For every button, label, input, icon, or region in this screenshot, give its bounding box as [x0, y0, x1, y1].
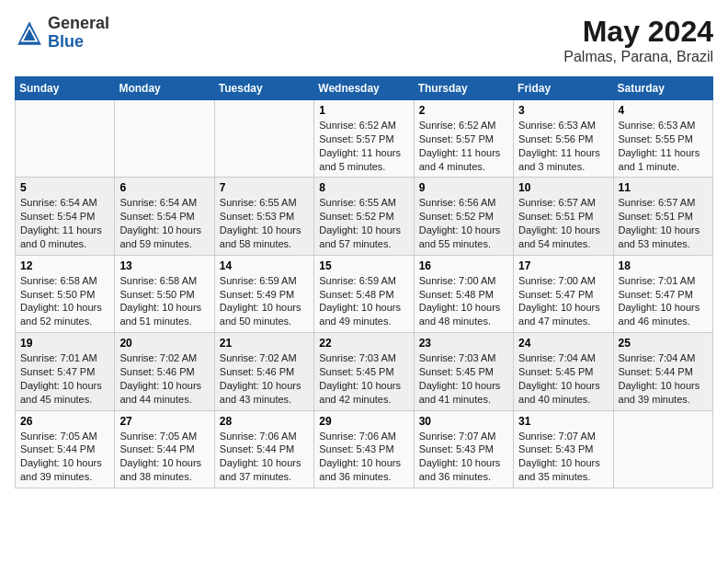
calendar-cell: 19Sunrise: 7:01 AM Sunset: 5:47 PM Dayli…	[16, 333, 115, 410]
days-of-week-row: SundayMondayTuesdayWednesdayThursdayFrid…	[16, 77, 713, 100]
calendar-cell: 3Sunrise: 6:53 AM Sunset: 5:56 PM Daylig…	[514, 100, 613, 178]
day-info: Sunrise: 6:58 AM Sunset: 5:50 PM Dayligh…	[119, 274, 209, 328]
day-info: Sunrise: 7:07 AM Sunset: 5:43 PM Dayligh…	[419, 430, 508, 484]
day-info: Sunrise: 6:54 AM Sunset: 5:54 PM Dayligh…	[119, 196, 209, 250]
day-number: 26	[20, 415, 109, 428]
day-number: 24	[518, 337, 608, 350]
day-number: 20	[119, 337, 209, 350]
day-info: Sunrise: 7:05 AM Sunset: 5:44 PM Dayligh…	[20, 430, 109, 484]
day-number: 13	[119, 259, 209, 272]
day-number: 28	[220, 415, 309, 428]
day-number: 14	[220, 259, 309, 272]
calendar-cell	[214, 100, 313, 178]
calendar-cell: 7Sunrise: 6:55 AM Sunset: 5:53 PM Daylig…	[214, 178, 313, 255]
calendar-cell: 2Sunrise: 6:52 AM Sunset: 5:57 PM Daylig…	[414, 100, 513, 178]
calendar-subtitle: Palmas, Parana, Brazil	[563, 49, 713, 65]
day-info: Sunrise: 7:03 AM Sunset: 5:45 PM Dayligh…	[319, 351, 408, 406]
day-info: Sunrise: 7:01 AM Sunset: 5:47 PM Dayligh…	[619, 274, 708, 328]
day-info: Sunrise: 6:57 AM Sunset: 5:51 PM Dayligh…	[518, 196, 608, 250]
day-number: 22	[319, 337, 408, 350]
calendar-cell: 9Sunrise: 6:56 AM Sunset: 5:52 PM Daylig…	[414, 178, 513, 255]
calendar-cell: 22Sunrise: 7:03 AM Sunset: 5:45 PM Dayli…	[314, 333, 414, 410]
day-info: Sunrise: 6:56 AM Sunset: 5:52 PM Dayligh…	[419, 196, 508, 250]
day-number: 19	[20, 337, 109, 350]
day-info: Sunrise: 6:59 AM Sunset: 5:48 PM Dayligh…	[319, 274, 408, 328]
calendar-cell	[115, 100, 214, 178]
calendar-cell: 31Sunrise: 7:07 AM Sunset: 5:43 PM Dayli…	[514, 410, 613, 488]
day-number: 16	[419, 259, 508, 272]
calendar-cell	[16, 100, 115, 178]
day-number: 17	[518, 259, 608, 272]
calendar-week-1: 1Sunrise: 6:52 AM Sunset: 5:57 PM Daylig…	[16, 100, 713, 178]
calendar-week-3: 12Sunrise: 6:58 AM Sunset: 5:50 PM Dayli…	[16, 255, 713, 332]
calendar-cell: 1Sunrise: 6:52 AM Sunset: 5:57 PM Daylig…	[314, 100, 414, 178]
day-number: 4	[619, 104, 708, 117]
day-info: Sunrise: 7:04 AM Sunset: 5:45 PM Dayligh…	[518, 351, 608, 406]
day-info: Sunrise: 6:53 AM Sunset: 5:56 PM Dayligh…	[518, 119, 608, 173]
day-number: 9	[419, 181, 508, 194]
calendar-cell: 13Sunrise: 6:58 AM Sunset: 5:50 PM Dayli…	[115, 255, 214, 332]
calendar-cell: 30Sunrise: 7:07 AM Sunset: 5:43 PM Dayli…	[414, 410, 513, 488]
logo-blue-text: Blue	[48, 32, 84, 51]
day-number: 27	[119, 415, 209, 428]
day-number: 30	[419, 415, 508, 428]
day-number: 29	[319, 415, 408, 428]
day-of-week-sunday: Sunday	[16, 77, 115, 100]
calendar-cell: 15Sunrise: 6:59 AM Sunset: 5:48 PM Dayli…	[314, 255, 414, 332]
day-of-week-saturday: Saturday	[613, 77, 712, 100]
day-info: Sunrise: 7:00 AM Sunset: 5:48 PM Dayligh…	[419, 274, 508, 328]
calendar-cell: 5Sunrise: 6:54 AM Sunset: 5:54 PM Daylig…	[16, 178, 115, 255]
day-info: Sunrise: 6:55 AM Sunset: 5:52 PM Dayligh…	[319, 196, 408, 250]
calendar-cell	[613, 410, 712, 488]
day-of-week-monday: Monday	[115, 77, 214, 100]
logo: General Blue	[15, 15, 109, 52]
calendar-cell: 21Sunrise: 7:02 AM Sunset: 5:46 PM Dayli…	[214, 333, 313, 410]
day-number: 12	[20, 259, 109, 272]
day-info: Sunrise: 6:59 AM Sunset: 5:49 PM Dayligh…	[220, 274, 309, 328]
day-number: 18	[619, 259, 708, 272]
calendar-cell: 8Sunrise: 6:55 AM Sunset: 5:52 PM Daylig…	[314, 178, 414, 255]
day-info: Sunrise: 7:02 AM Sunset: 5:46 PM Dayligh…	[220, 351, 309, 406]
day-number: 7	[220, 181, 309, 194]
day-number: 23	[419, 337, 508, 350]
calendar-title: May 2024	[563, 15, 713, 49]
day-info: Sunrise: 7:05 AM Sunset: 5:44 PM Dayligh…	[119, 430, 209, 484]
calendar-cell: 27Sunrise: 7:05 AM Sunset: 5:44 PM Dayli…	[115, 410, 214, 488]
day-number: 5	[20, 181, 109, 194]
day-number: 2	[419, 104, 508, 117]
day-number: 15	[319, 259, 408, 272]
calendar-cell: 11Sunrise: 6:57 AM Sunset: 5:51 PM Dayli…	[613, 178, 712, 255]
calendar-cell: 10Sunrise: 6:57 AM Sunset: 5:51 PM Dayli…	[514, 178, 613, 255]
day-info: Sunrise: 7:04 AM Sunset: 5:44 PM Dayligh…	[619, 351, 708, 406]
logo-icon	[15, 18, 44, 48]
day-info: Sunrise: 6:54 AM Sunset: 5:54 PM Dayligh…	[20, 196, 109, 250]
page-header: General Blue May 2024 Palmas, Parana, Br…	[15, 15, 713, 65]
calendar-week-5: 26Sunrise: 7:05 AM Sunset: 5:44 PM Dayli…	[16, 410, 713, 488]
calendar-cell: 4Sunrise: 6:53 AM Sunset: 5:55 PM Daylig…	[613, 100, 712, 178]
day-info: Sunrise: 6:52 AM Sunset: 5:57 PM Dayligh…	[419, 119, 508, 173]
day-info: Sunrise: 6:57 AM Sunset: 5:51 PM Dayligh…	[619, 196, 708, 250]
day-info: Sunrise: 7:07 AM Sunset: 5:43 PM Dayligh…	[518, 430, 608, 484]
calendar-cell: 26Sunrise: 7:05 AM Sunset: 5:44 PM Dayli…	[16, 410, 115, 488]
day-number: 6	[119, 181, 209, 194]
day-number: 8	[319, 181, 408, 194]
day-number: 3	[518, 104, 608, 117]
logo-general-text: General	[48, 14, 109, 32]
calendar-cell: 23Sunrise: 7:03 AM Sunset: 5:45 PM Dayli…	[414, 333, 513, 410]
day-number: 10	[518, 181, 608, 194]
day-info: Sunrise: 7:06 AM Sunset: 5:44 PM Dayligh…	[220, 430, 309, 484]
title-block: May 2024 Palmas, Parana, Brazil	[563, 15, 713, 65]
calendar-cell: 18Sunrise: 7:01 AM Sunset: 5:47 PM Dayli…	[613, 255, 712, 332]
day-info: Sunrise: 6:52 AM Sunset: 5:57 PM Dayligh…	[319, 119, 408, 173]
calendar-week-4: 19Sunrise: 7:01 AM Sunset: 5:47 PM Dayli…	[16, 333, 713, 410]
day-number: 11	[619, 181, 708, 194]
day-number: 21	[220, 337, 309, 350]
day-of-week-friday: Friday	[514, 77, 613, 100]
calendar-table: SundayMondayTuesdayWednesdayThursdayFrid…	[15, 76, 713, 488]
day-info: Sunrise: 6:58 AM Sunset: 5:50 PM Dayligh…	[20, 274, 109, 328]
day-info: Sunrise: 7:06 AM Sunset: 5:43 PM Dayligh…	[319, 430, 408, 484]
day-info: Sunrise: 7:03 AM Sunset: 5:45 PM Dayligh…	[419, 351, 508, 406]
calendar-cell: 12Sunrise: 6:58 AM Sunset: 5:50 PM Dayli…	[16, 255, 115, 332]
day-info: Sunrise: 7:00 AM Sunset: 5:47 PM Dayligh…	[518, 274, 608, 328]
day-of-week-wednesday: Wednesday	[314, 77, 414, 100]
